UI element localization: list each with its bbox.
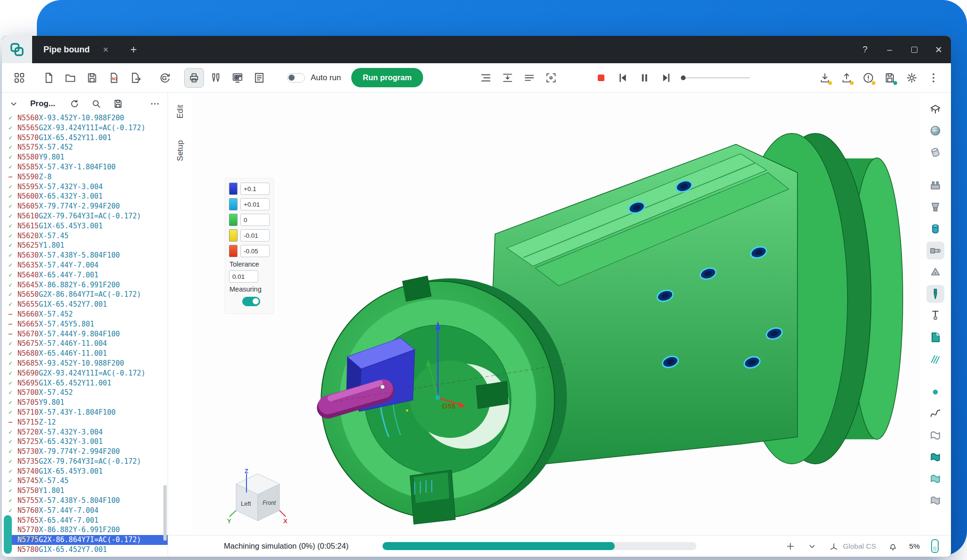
surface-flag-gray-button[interactable] <box>926 492 944 510</box>
gcode-line[interactable]: –N5590Z-8 <box>7 172 168 182</box>
control-panel-button[interactable] <box>228 68 247 88</box>
simulation-button[interactable] <box>184 68 204 88</box>
file-new-button[interactable] <box>39 68 59 88</box>
scrollbar-thumb[interactable] <box>4 515 12 554</box>
gcode-line[interactable]: ✓N5655G1X-65.452Y7.001 <box>7 300 168 309</box>
gcode-line[interactable]: ✓N5640X-65.44Y-7.001 <box>7 270 168 280</box>
program-collapse-button[interactable] <box>8 99 19 109</box>
machining-scene[interactable]: G55 <box>193 92 920 535</box>
stock-cylinder-button[interactable] <box>926 143 944 161</box>
gcode-line[interactable]: –N5660X-57.452 <box>7 309 168 319</box>
refresh-button[interactable] <box>69 99 80 109</box>
gcode-line[interactable]: ✓N5705Y9.801 <box>7 398 168 408</box>
gcode-line[interactable]: ✓N5675X-57.446Y-11.004 <box>7 339 168 349</box>
orientation-cube[interactable]: Left Front Z Y X <box>227 469 289 531</box>
tab-pipe-bound[interactable]: Pipe bound × <box>43 44 109 55</box>
deviation-value-input[interactable] <box>240 245 270 257</box>
surface-flag-light-button[interactable] <box>926 470 944 488</box>
gcode-line[interactable]: ✓N5615G1X-65.45Y3.001 <box>7 221 168 231</box>
gcode-line[interactable]: ✓N5645X-86.882Y-6.991F200 <box>7 280 168 290</box>
gcode-line[interactable]: ✓N5580Y9.801 <box>7 152 168 162</box>
drill-button[interactable] <box>926 285 944 303</box>
slider-knob-icon[interactable] <box>681 75 686 80</box>
stop-button[interactable] <box>591 68 611 88</box>
gcode-line[interactable]: –N5670X-57.444Y-9.804F100 <box>7 329 168 339</box>
gcode-line[interactable]: –N5715Z-12 <box>7 418 168 427</box>
measuring-toggle[interactable] <box>242 297 260 306</box>
panel-menu-button[interactable] <box>150 99 160 109</box>
gcode-line[interactable]: ✓N5585X-57.43Y-1.804F100 <box>7 162 168 172</box>
stock-gauge-icon[interactable] <box>931 539 939 553</box>
gcode-line[interactable]: ✓N5595X-57.432Y-3.004 <box>7 182 168 192</box>
gcode-line[interactable]: ✓N5635X-57.44Y-7.004 <box>7 260 168 270</box>
global-cs-button[interactable]: Global CS <box>829 541 876 552</box>
notifications-button[interactable] <box>888 541 898 552</box>
file-export-button[interactable] <box>126 68 145 88</box>
tab-setup[interactable]: Setup <box>176 140 185 161</box>
deviation-value-input[interactable] <box>240 198 270 210</box>
simulation-progress[interactable] <box>382 542 696 550</box>
gcode-line[interactable]: ✓N5735G2X-79.764Y3I=AC(-0.172) <box>7 457 168 467</box>
gcode-line[interactable]: ✓N5755X-57.438Y-5.804F100 <box>7 496 168 506</box>
stock-blue-button[interactable] <box>926 220 944 238</box>
save-program-button[interactable] <box>113 99 123 109</box>
gcode-line[interactable]: ✓N5625Y1.801 <box>7 241 168 251</box>
insert-line-button[interactable] <box>498 68 517 88</box>
collet-button[interactable] <box>926 198 944 216</box>
minimize-button[interactable]: – <box>877 36 902 63</box>
gcode-line[interactable]: ✓N5720X-57.432Y-3.004 <box>7 427 168 437</box>
gcode-line[interactable]: ✓N5570G1X-65.452Y11.001 <box>7 133 168 143</box>
deviation-value-input[interactable] <box>240 183 270 195</box>
gcode-line[interactable]: ✓N5695G1X-65.452Y11.001 <box>7 378 168 388</box>
gcode-line[interactable]: N5775G2X-86.864Y7I=AC(-0.172) <box>7 535 168 545</box>
close-button[interactable]: ✕ <box>926 36 951 63</box>
new-tab-button[interactable]: + <box>130 43 137 56</box>
run-program-button[interactable]: Run program <box>351 68 423 87</box>
hatch-lines-button[interactable] <box>926 350 944 368</box>
flat-lines-button[interactable] <box>519 68 539 88</box>
pause-button[interactable] <box>635 68 654 88</box>
app-logo[interactable] <box>2 36 32 63</box>
sphere-button[interactable] <box>926 122 944 140</box>
deviation-value-input[interactable] <box>240 214 270 226</box>
kebab-button[interactable] <box>924 68 943 88</box>
gcode-line[interactable]: ✓N5770X-86.882Y-6.991F200 <box>7 525 168 535</box>
maximize-button[interactable] <box>902 36 926 63</box>
gcode-line[interactable]: ✓N5700X-57.452 <box>7 388 168 398</box>
gcode-line[interactable]: ✓N5750Y1.801 <box>7 486 168 496</box>
fit-view-button[interactable] <box>541 68 561 88</box>
chuck-jaws-button[interactable] <box>926 176 944 194</box>
nc-file-button[interactable] <box>104 68 124 88</box>
workplane-button[interactable] <box>926 100 944 118</box>
apps-grid-button[interactable] <box>9 68 29 88</box>
gcode-line[interactable]: ✓N5560X-93.452Y-10.988F200 <box>7 113 168 123</box>
gcode-line[interactable]: ✓N5650G2X-86.864Y7I=AC(-0.172) <box>7 290 168 300</box>
gcode-line[interactable]: ✓N5680X-65.446Y-11.001 <box>7 349 168 359</box>
upload-button[interactable] <box>837 68 857 88</box>
folder-open-button[interactable] <box>60 68 80 88</box>
skip-start-button[interactable] <box>613 68 633 88</box>
panel-scrollbar[interactable] <box>163 485 167 541</box>
speed-slider[interactable] <box>681 75 750 80</box>
gcode-list[interactable]: ✓N5560X-93.452Y-10.988F200✓N5565G2X-93.4… <box>2 113 168 557</box>
tool-holders-button[interactable] <box>206 68 226 88</box>
zoom-in-button[interactable] <box>785 541 796 552</box>
gcode-line[interactable]: ✓N5565G2X-93.424Y11I=AC(-0.172) <box>7 123 168 133</box>
skip-end-button[interactable] <box>656 68 676 88</box>
spline-curve-button[interactable] <box>926 405 944 423</box>
gcode-line[interactable]: ✓N5690G2X-93.424Y11I=AC(-0.172) <box>7 368 168 378</box>
warning-button[interactable] <box>858 68 878 88</box>
gcode-line[interactable]: ✓N5725X-65.432Y-3.001 <box>7 437 168 447</box>
gcode-line[interactable]: ✓N5620X-57.45 <box>7 231 168 241</box>
report-button[interactable] <box>249 68 269 88</box>
cs-dropdown-button[interactable] <box>807 541 817 552</box>
tolerance-input[interactable] <box>229 270 258 283</box>
gcode-line[interactable]: ✓N5740G1X-65.45Y3.001 <box>7 467 168 476</box>
auto-run-toggle[interactable] <box>287 73 305 83</box>
tab-close-button[interactable]: × <box>103 44 109 55</box>
save-export-button[interactable] <box>880 68 900 88</box>
gcode-line[interactable]: –N5665X-57.45Y5.801 <box>7 319 168 329</box>
gcode-line[interactable]: ✓N5760X-57.44Y-7.004 <box>7 506 168 516</box>
gcode-line[interactable]: ✓N5745X-57.45 <box>7 476 168 486</box>
gcode-line[interactable]: ✓N5605X-79.774Y-2.994F200 <box>7 201 168 211</box>
